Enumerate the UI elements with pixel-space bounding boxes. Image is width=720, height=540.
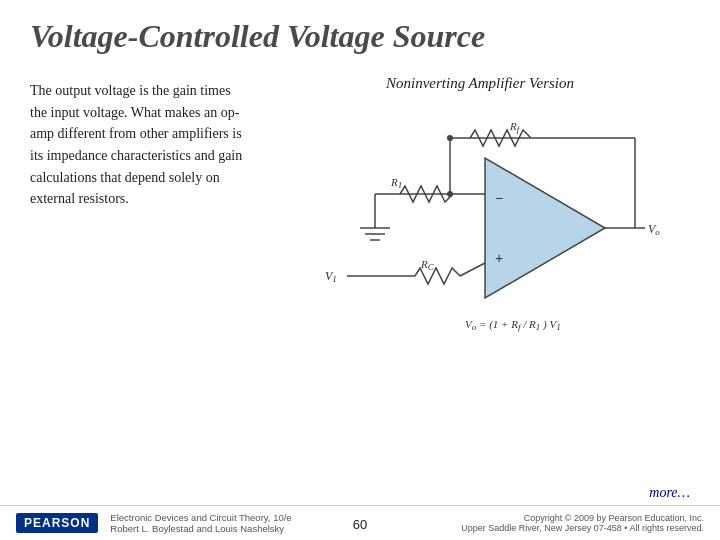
book-title: Electronic Devices and Circuit Theory, 1…: [110, 512, 291, 523]
svg-text:−: −: [495, 190, 503, 206]
svg-text:RC: RC: [420, 258, 435, 272]
main-content: The output voltage is the gain times the…: [0, 65, 720, 485]
svg-point-12: [447, 135, 453, 141]
svg-marker-0: [485, 158, 605, 298]
svg-text:+: +: [495, 250, 503, 266]
body-text: The output voltage is the gain times the…: [30, 80, 250, 210]
footer-book-info: Electronic Devices and Circuit Theory, 1…: [110, 512, 291, 534]
footer: PEARSON Electronic Devices and Circuit T…: [0, 505, 720, 540]
header: Voltage-Controlled Voltage Source: [0, 0, 720, 65]
footer-page-number: 60: [353, 517, 367, 532]
more-link[interactable]: more…: [0, 485, 720, 505]
circuit-diagram: − + Vo Rf R1: [295, 98, 665, 358]
svg-text:R1: R1: [390, 176, 402, 190]
page-container: Voltage-Controlled Voltage Source The ou…: [0, 0, 720, 540]
svg-line-20: [460, 263, 485, 276]
svg-text:Rf: Rf: [509, 120, 521, 134]
svg-text:Vo: Vo: [648, 222, 660, 237]
footer-copyright: Copyright © 2009 by Pearson Education, I…: [461, 513, 704, 533]
diagram-label: Noninverting Amplifier Version: [386, 75, 574, 92]
svg-point-11: [447, 191, 453, 197]
svg-text:Vo
           = (1 + 
        : Vo = (1 + Rf / R1 ) V1: [465, 318, 561, 332]
right-panel: Noninverting Amplifier Version − + Vo: [270, 75, 690, 485]
book-author: Robert L. Boylestad and Louis Nashelsky: [110, 523, 284, 534]
svg-text:V1: V1: [325, 269, 337, 284]
pearson-logo: PEARSON: [16, 513, 98, 533]
left-panel: The output voltage is the gain times the…: [30, 75, 250, 485]
page-title: Voltage-Controlled Voltage Source: [30, 18, 690, 55]
